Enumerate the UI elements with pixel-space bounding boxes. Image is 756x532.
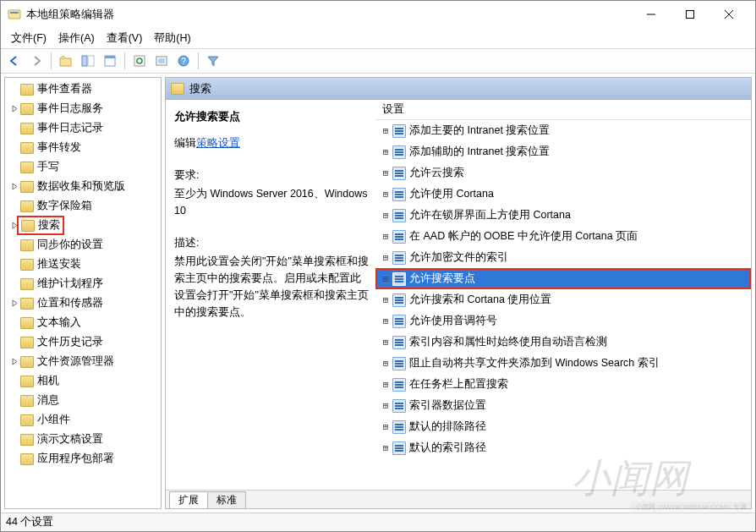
policy-icon: [392, 399, 406, 413]
settings-column-header[interactable]: 设置: [375, 100, 751, 120]
svg-rect-10: [105, 56, 115, 58]
tree-pane[interactable]: 事件查看器事件日志服务事件日志记录事件转发手写数据收集和预览版数字保险箱搜索同步…: [4, 77, 162, 509]
setting-item[interactable]: ⊞默认的排除路径: [375, 416, 751, 437]
folder-icon: [20, 123, 34, 134]
setting-item[interactable]: ⊞添加主要的 Intranet 搜索位置: [375, 120, 751, 141]
expand-icon: ⊞: [381, 252, 391, 263]
setting-item[interactable]: ⊞允许云搜索: [375, 162, 751, 184]
tree-item[interactable]: 数字保险箱: [5, 196, 161, 216]
tree-item[interactable]: 数据收集和预览版: [5, 177, 161, 196]
tree-item[interactable]: 事件日志记录: [5, 118, 161, 138]
tree-item[interactable]: 搜索: [5, 216, 161, 235]
setting-item[interactable]: ⊞在任务栏上配置搜索: [375, 374, 751, 395]
requirements-body: 至少为 Windows Server 2016、Windows 10: [174, 185, 369, 219]
setting-item[interactable]: ⊞允许搜索要点: [375, 268, 751, 289]
forward-button[interactable]: [26, 51, 47, 71]
tree-item[interactable]: 手写: [5, 157, 161, 177]
setting-item[interactable]: ⊞索引器数据位置: [375, 395, 751, 416]
refresh-button[interactable]: [129, 51, 150, 71]
folder-icon: [20, 162, 34, 173]
toolbar: ?: [1, 48, 755, 74]
policy-icon: [392, 293, 406, 307]
policy-name: 允许搜索要点: [174, 108, 369, 126]
tree-item[interactable]: 相机: [5, 371, 161, 391]
description-body: 禁用此设置会关闭"开始"菜单搜索框和搜索主页中的搜索要点。启用或未配置此设置会打…: [174, 253, 369, 321]
tree-item[interactable]: 事件转发: [5, 138, 161, 157]
menu-help[interactable]: 帮助(H): [149, 29, 195, 48]
setting-label: 在 AAD 帐户的 OOBE 中允许使用 Cortana 页面: [409, 229, 638, 244]
menu-action[interactable]: 操作(A): [53, 29, 100, 48]
edit-policy-link[interactable]: 策略设置: [196, 137, 240, 149]
setting-item[interactable]: ⊞索引内容和属性时始终使用自动语言检测: [375, 332, 751, 353]
content-header-label: 搜索: [189, 81, 211, 96]
back-button[interactable]: [4, 51, 25, 71]
folder-icon: [20, 317, 34, 329]
setting-label: 阻止自动将共享文件夹添加到 Windows Search 索引: [409, 356, 660, 370]
expand-icon: ⊞: [381, 231, 391, 242]
help-button[interactable]: ?: [173, 51, 194, 71]
tree-item[interactable]: 同步你的设置: [5, 235, 161, 255]
tree-item-label: 应用程序包部署: [37, 452, 114, 466]
menu-view[interactable]: 查看(V): [101, 29, 148, 48]
policy-icon: [392, 442, 406, 455]
setting-item[interactable]: ⊞允许加密文件的索引: [375, 247, 751, 268]
setting-item[interactable]: ⊞在 AAD 帐户的 OOBE 中允许使用 Cortana 页面: [375, 226, 751, 247]
minimize-button[interactable]: [632, 2, 671, 27]
properties-button[interactable]: [100, 51, 120, 71]
tree-item[interactable]: 文件资源管理器: [5, 352, 161, 371]
svg-rect-1: [10, 12, 19, 14]
setting-label: 允许使用音调符号: [409, 314, 497, 328]
expand-icon: ⊞: [381, 358, 391, 369]
setting-label: 允许在锁屏界面上方使用 Cortana: [409, 208, 571, 222]
setting-item[interactable]: ⊞允许搜索和 Cortana 使用位置: [375, 289, 751, 310]
tree-item[interactable]: 演示文稿设置: [5, 430, 161, 449]
setting-label: 添加主要的 Intranet 搜索位置: [409, 123, 550, 138]
folder-icon: [20, 142, 34, 154]
status-text: 44 个设置: [6, 515, 53, 529]
window-title: 本地组策略编辑器: [26, 7, 632, 22]
maximize-button[interactable]: [671, 2, 709, 27]
separator-icon: [51, 52, 52, 69]
tab-standard[interactable]: 标准: [207, 491, 246, 508]
tree-item-label: 小组件: [37, 413, 70, 427]
tree-item[interactable]: 小组件: [5, 410, 161, 430]
policy-icon: [392, 336, 406, 349]
menu-bar: 文件(F) 操作(A) 查看(V) 帮助(H): [1, 28, 755, 48]
policy-icon: [392, 251, 406, 265]
policy-icon: [392, 315, 406, 328]
tree-item[interactable]: 事件查看器: [5, 80, 161, 99]
expander-icon[interactable]: [8, 358, 20, 365]
tree-item[interactable]: 推送安装: [5, 255, 161, 274]
tab-extended[interactable]: 扩展: [169, 491, 208, 508]
tree-item-label: 手写: [37, 160, 59, 174]
setting-item[interactable]: ⊞允许在锁屏界面上方使用 Cortana: [375, 205, 751, 226]
tree-item[interactable]: 事件日志服务: [5, 99, 161, 118]
settings-list[interactable]: ⊞添加主要的 Intranet 搜索位置⊞添加辅助的 Intranet 搜索位置…: [375, 120, 751, 458]
tree-item[interactable]: 位置和传感器: [5, 293, 161, 313]
export-button[interactable]: [151, 51, 172, 71]
tree-item[interactable]: 文本输入: [5, 313, 161, 332]
close-button[interactable]: [709, 2, 748, 27]
tree-item[interactable]: 应用程序包部署: [5, 449, 161, 469]
expander-icon[interactable]: [8, 299, 20, 307]
show-console-tree-button[interactable]: [78, 51, 98, 71]
menu-file[interactable]: 文件(F): [6, 29, 52, 48]
up-button[interactable]: [56, 51, 76, 71]
folder-icon: [20, 84, 34, 96]
tree-item[interactable]: 文件历史记录: [5, 332, 161, 352]
folder-icon: [20, 434, 34, 446]
tree-item[interactable]: 消息: [5, 391, 161, 410]
setting-item[interactable]: ⊞添加辅助的 Intranet 搜索位置: [375, 141, 751, 162]
tree-item[interactable]: 维护计划程序: [5, 274, 161, 293]
edit-policy-line: 编辑策略设置: [174, 134, 369, 151]
folder-icon: [20, 239, 34, 251]
setting-item[interactable]: ⊞允许使用音调符号: [375, 310, 751, 332]
policy-icon: [392, 167, 406, 180]
expander-icon[interactable]: [8, 105, 20, 112]
expander-icon[interactable]: [8, 183, 20, 190]
setting-item[interactable]: ⊞允许使用 Cortana: [375, 184, 751, 205]
filter-button[interactable]: [203, 51, 223, 71]
setting-item[interactable]: ⊞阻止自动将共享文件夹添加到 Windows Search 索引: [375, 353, 751, 374]
policy-icon: [392, 357, 406, 370]
tree-item-label: 同步你的设置: [37, 238, 103, 252]
